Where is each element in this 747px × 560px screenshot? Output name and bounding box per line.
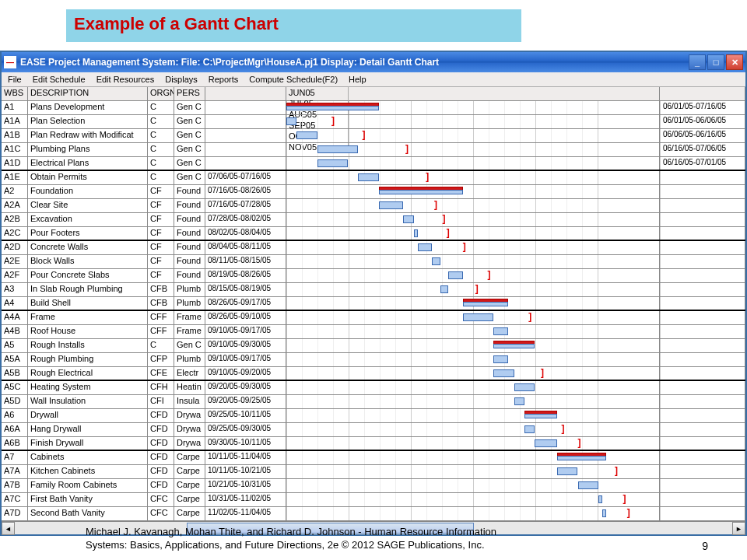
table-row[interactable]: A2FoundationCFFound07/16/05-08/26/05 xyxy=(2,185,745,199)
cell-pers: Found xyxy=(174,269,205,282)
gantt-task-bar[interactable] xyxy=(414,229,418,237)
cell-desc: Plans Development xyxy=(28,101,148,114)
scroll-left-button[interactable]: ◄ xyxy=(2,522,15,535)
table-row[interactable]: A7CabinetsCFDCarpe10/11/05-11/04/05 xyxy=(2,451,745,465)
table-row[interactable]: A5DWall InsulationCFIInsula09/20/05-09/2… xyxy=(2,395,745,409)
table-row[interactable]: A5CHeating SystemCFHHeatin09/20/05-09/30… xyxy=(2,381,745,395)
gantt-task-bar[interactable] xyxy=(578,481,598,489)
gantt-cell: ] xyxy=(286,115,660,128)
gantt-cell: ] xyxy=(286,241,660,254)
cell-pers: Gen C xyxy=(174,157,205,170)
gantt-task-bar[interactable] xyxy=(317,145,359,153)
table-row[interactable]: A5ARough PlumbingCFPPlumb09/10/05-09/17/… xyxy=(2,353,745,367)
table-row[interactable]: A4BRoof HouseCFFFrame09/10/05-09/17/05 xyxy=(2,325,745,339)
table-row[interactable]: A1BPlan Redraw with ModificatCGen C]06/0… xyxy=(2,129,745,143)
cell-right-date xyxy=(660,325,745,338)
gantt-cell: ] xyxy=(286,507,660,520)
table-row[interactable]: A1APlan SelectionCGen C]06/01/05-06/06/0… xyxy=(2,115,745,129)
slack-marker: ] xyxy=(623,493,626,504)
cell-org: CFP xyxy=(148,353,174,366)
menu-item[interactable]: File xyxy=(8,75,22,84)
cell-dates: 08/02/05-08/04/05 xyxy=(205,227,286,240)
table-row[interactable]: A2FPour Concrete SlabsCFFound08/19/05-08… xyxy=(2,269,745,283)
cell-right-date xyxy=(660,395,745,408)
gantt-task-bar[interactable] xyxy=(440,285,449,293)
menu-item[interactable]: Help xyxy=(349,75,366,84)
maximize-button[interactable]: □ xyxy=(707,54,724,70)
table-row[interactable]: A6AHang DrywallCFDDrywa09/25/05-09/30/05… xyxy=(2,423,745,437)
gantt-task-bar[interactable] xyxy=(286,117,296,125)
gantt-task-bar[interactable] xyxy=(493,355,507,363)
cell-desc: Rough Electrical xyxy=(28,367,148,380)
table-row[interactable]: A4Build ShellCFBPlumb08/26/05-09/17/05 xyxy=(2,297,745,311)
close-button[interactable]: ✕ xyxy=(726,54,743,70)
table-row[interactable]: A6DrywallCFDDrywa09/25/05-10/11/05 xyxy=(2,409,745,423)
gantt-cell: ] xyxy=(286,437,660,450)
table-row[interactable]: A7DSecond Bath VanityCFCCarpe11/02/05-11… xyxy=(2,507,745,521)
cell-desc: Plan Redraw with Modificat xyxy=(28,129,148,142)
gantt-task-bar[interactable] xyxy=(379,201,404,209)
cell-desc: Foundation xyxy=(28,185,148,198)
table-row[interactable]: A2BExcavationCFFound07/28/05-08/02/05] xyxy=(2,213,745,227)
scroll-right-button[interactable]: ► xyxy=(732,522,745,535)
table-row[interactable]: A2AClear SiteCFFound07/16/05-07/28/05] xyxy=(2,199,745,213)
table-row[interactable]: A1DElectrical PlansCGen C06/16/05-07/01/… xyxy=(2,157,745,171)
gantt-cell: ] xyxy=(286,311,660,324)
gantt-task-bar[interactable] xyxy=(317,159,349,167)
gantt-task-bar[interactable] xyxy=(598,495,602,503)
cell-wbs: A2 xyxy=(2,185,28,198)
cell-desc: Cabinets xyxy=(28,451,148,464)
cell-dates: 08/26/05-09/17/05 xyxy=(205,297,286,310)
cell-wbs: A1D xyxy=(2,157,28,170)
gantt-task-bar[interactable] xyxy=(557,467,577,475)
table-row[interactable]: A4AFrameCFFFrame08/26/05-09/10/05] xyxy=(2,311,745,325)
table-row[interactable]: A5BRough ElectricalCFEElectr09/10/05-09/… xyxy=(2,367,745,381)
cell-wbs: A6 xyxy=(2,409,28,422)
titlebar[interactable]: — EASE Project Management System: File: … xyxy=(2,52,745,72)
table-row[interactable]: A1Plans DevelopmentCGen C06/01/05-07/16/… xyxy=(2,101,745,115)
table-row[interactable]: A5Rough InstallsCGen C09/10/05-09/30/05 xyxy=(2,339,745,353)
slack-marker: ] xyxy=(405,143,409,154)
table-row[interactable]: A7AKitchen CabinetsCFDCarpe10/11/05-10/2… xyxy=(2,465,745,479)
gantt-task-bar[interactable] xyxy=(514,383,535,391)
titlebar-text: EASE Project Management System: File: C:… xyxy=(20,57,689,68)
gantt-task-bar[interactable] xyxy=(358,173,378,181)
cell-org: CFB xyxy=(148,283,174,296)
gantt-task-bar[interactable] xyxy=(602,509,606,517)
menu-item[interactable]: Compute Schedule(F2) xyxy=(249,75,338,84)
gantt-task-bar[interactable] xyxy=(524,425,535,433)
gantt-task-bar[interactable] xyxy=(432,257,440,265)
cell-pers: Drywa xyxy=(174,437,205,450)
table-row[interactable]: A1CPlumbing PlansCGen C]06/16/05-07/06/0… xyxy=(2,143,745,157)
slack-marker: ] xyxy=(627,507,630,518)
table-row[interactable]: A7BFamily Room CabinetsCFDCarpe10/21/05-… xyxy=(2,479,745,493)
cell-org: C xyxy=(148,171,174,184)
table-row[interactable]: A6BFinish DrywallCFDDrywa09/30/05-10/11/… xyxy=(2,437,745,451)
gantt-task-bar[interactable] xyxy=(463,313,494,321)
gantt-task-bar[interactable] xyxy=(448,271,462,279)
table-row[interactable]: A7CFirst Bath VanityCFCCarpe10/31/05-11/… xyxy=(2,493,745,507)
gantt-task-bar[interactable] xyxy=(418,243,432,251)
gantt-task-bar[interactable] xyxy=(514,397,524,405)
cell-wbs: A2B xyxy=(2,213,28,226)
gantt-task-bar[interactable] xyxy=(493,327,507,335)
menu-item[interactable]: Displays xyxy=(165,75,198,84)
table-row[interactable]: A1EObtain PermitsCGen C07/06/05-07/16/05… xyxy=(2,171,745,185)
gantt-task-bar[interactable] xyxy=(296,131,317,139)
cell-dates: 09/20/05-09/30/05 xyxy=(205,381,286,394)
gantt-task-bar[interactable] xyxy=(535,439,557,447)
menu-item[interactable]: Edit Resources xyxy=(96,75,155,84)
cell-org: CFD xyxy=(148,465,174,478)
table-row[interactable]: A3In Slab Rough PlumbingCFBPlumb08/15/05… xyxy=(2,283,745,297)
table-row[interactable]: A2DConcrete WallsCFFound08/04/05-08/11/0… xyxy=(2,241,745,255)
gantt-task-bar[interactable] xyxy=(493,369,514,377)
table-row[interactable]: A2EBlock WallsCFFound08/11/05-08/15/05 xyxy=(2,255,745,269)
minimize-button[interactable]: _ xyxy=(689,54,706,70)
table-row[interactable]: A2CPour FootersCFFound08/02/05-08/04/05] xyxy=(2,227,745,241)
slack-marker: ] xyxy=(475,283,479,294)
menu-item[interactable]: Edit Schedule xyxy=(33,75,86,84)
cell-wbs: A1A xyxy=(2,115,28,128)
cell-desc: Pour Concrete Slabs xyxy=(28,269,148,282)
gantt-task-bar[interactable] xyxy=(403,215,413,223)
menu-item[interactable]: Reports xyxy=(209,75,239,84)
